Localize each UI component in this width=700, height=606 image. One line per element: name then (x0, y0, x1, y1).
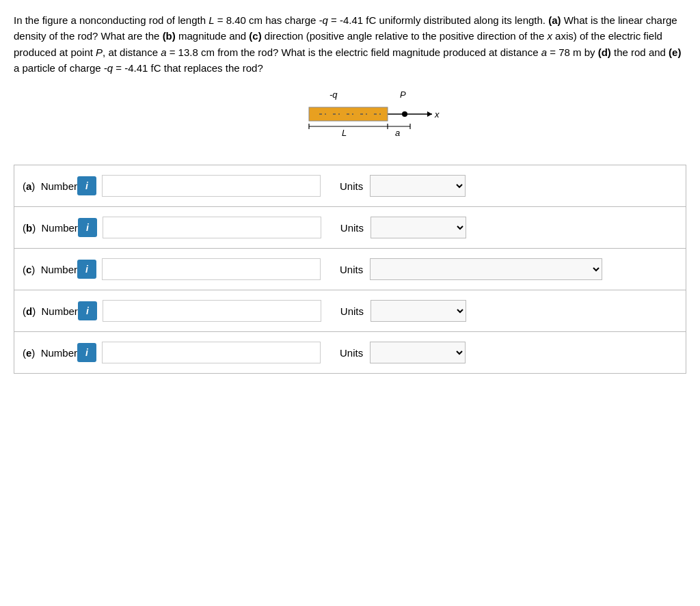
units-label-d: Units (340, 305, 364, 317)
row-inner-c: (c) NumberiUnits (23, 258, 677, 280)
info-button-e[interactable]: i (77, 343, 96, 362)
info-button-a[interactable]: i (77, 176, 96, 195)
row-inner-b: (b) NumberiUnits (23, 217, 677, 238)
row-label-e: (e) Number (23, 347, 77, 359)
svg-point-11 (402, 111, 407, 117)
info-button-c[interactable]: i (77, 260, 96, 279)
svg-text:a: a (395, 128, 400, 138)
row-inner-e: (e) NumberiUnits (23, 342, 677, 363)
svg-text:-q: -q (329, 89, 338, 100)
svg-text:P: P (400, 89, 406, 100)
row-label-c: (c) Number (23, 264, 77, 275)
answer-row-b: (b) NumberiUnits (14, 207, 686, 249)
svg-marker-3 (427, 111, 432, 117)
units-select-e[interactable] (370, 342, 466, 363)
answer-row-e: (e) NumberiUnits (14, 332, 686, 374)
units-select-d[interactable] (371, 300, 466, 322)
figure-diagram: -q P x L (241, 88, 459, 150)
number-input-e[interactable] (102, 342, 321, 363)
answer-row-c: (c) NumberiUnits (14, 249, 686, 290)
number-input-a[interactable] (102, 175, 321, 197)
row-label-a: (a) Number (23, 180, 77, 192)
row-inner-a: (a) NumberiUnits (23, 175, 677, 197)
answer-table: (a) NumberiUnits(b) NumberiUnits(c) Numb… (14, 165, 686, 374)
units-select-c[interactable] (370, 258, 602, 280)
problem-text: In the figure a nonconducting rod of len… (14, 12, 686, 76)
info-button-d[interactable]: i (78, 301, 97, 320)
page: In the figure a nonconducting rod of len… (0, 0, 700, 381)
svg-text:x: x (434, 109, 440, 120)
units-select-b[interactable] (371, 217, 466, 238)
units-label-e: Units (340, 347, 363, 359)
units-label-c: Units (340, 264, 363, 275)
answer-row-d: (d) NumberiUnits (14, 290, 686, 332)
number-input-d[interactable] (103, 300, 321, 322)
answer-cell-e: (e) NumberiUnits (14, 332, 686, 374)
row-inner-d: (d) NumberiUnits (23, 300, 677, 322)
answer-cell-c: (c) NumberiUnits (14, 249, 686, 290)
answer-cell-b: (b) NumberiUnits (14, 207, 686, 249)
answer-cell-a: (a) NumberiUnits (14, 165, 686, 207)
units-label-a: Units (340, 180, 363, 192)
answer-cell-d: (d) NumberiUnits (14, 290, 686, 332)
svg-text:L: L (342, 128, 347, 138)
row-label-d: (d) Number (23, 305, 78, 317)
number-input-c[interactable] (102, 258, 321, 280)
units-select-a[interactable] (370, 175, 466, 197)
row-label-b: (b) Number (23, 222, 78, 234)
number-input-b[interactable] (103, 217, 321, 238)
answer-row-a: (a) NumberiUnits (14, 165, 686, 207)
figure-area: -q P x L (14, 88, 686, 150)
units-label-b: Units (340, 222, 364, 234)
info-button-b[interactable]: i (78, 218, 97, 237)
